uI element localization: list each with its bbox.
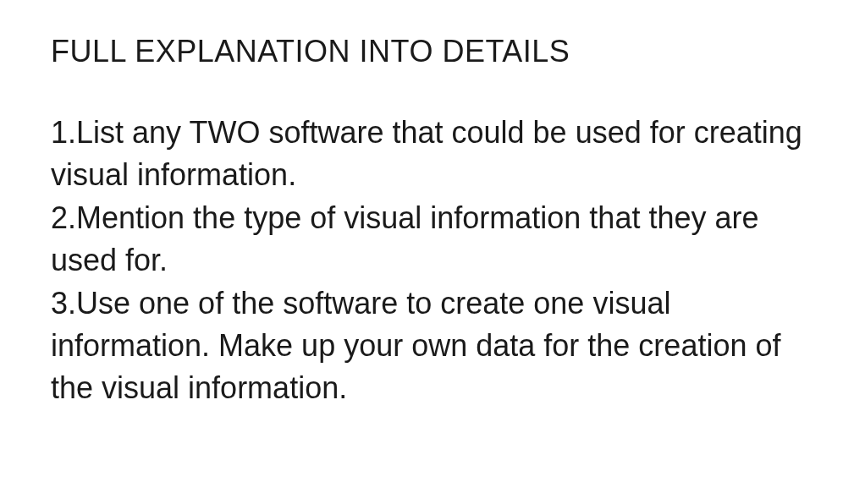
item-text: Use one of the software to create one vi…	[51, 286, 780, 406]
item-text: List any TWO software that could be used…	[51, 115, 802, 192]
item-number: 2.	[51, 200, 76, 235]
item-number: 3.	[51, 286, 76, 320]
list-item: 3.Use one of the software to create one …	[51, 282, 814, 410]
item-number: 1.	[51, 115, 76, 150]
item-text: Mention the type of visual information t…	[51, 200, 758, 277]
page-title: FULL EXPLANATION INTO DETAILS	[51, 34, 814, 69]
list-item: 2.Mention the type of visual information…	[51, 197, 814, 282]
list-item: 1.List any TWO software that could be us…	[51, 112, 814, 197]
